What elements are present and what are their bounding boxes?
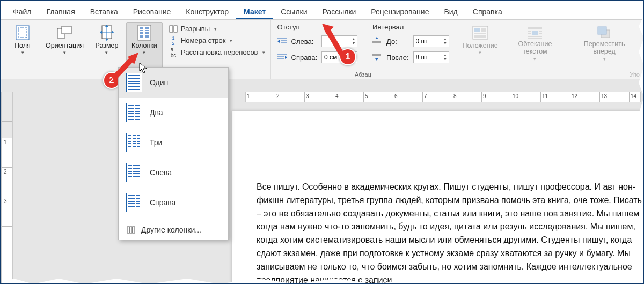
chevron-down-icon: ▾ [214, 26, 217, 32]
document-page[interactable]: Все пишут. Особенно в академических круг… [232, 111, 644, 284]
tab-help[interactable]: Справка [465, 3, 510, 19]
indent-right-icon [277, 53, 287, 62]
chevron-down-icon: ▾ [105, 50, 108, 55]
bring-forward-button: Переместить вперед▾ [569, 22, 640, 78]
line-numbers-icon: 12 [169, 37, 178, 44]
space-after-icon [372, 53, 382, 62]
columns-more-icon [126, 226, 136, 234]
page-size-icon [100, 25, 114, 41]
hyphenation-button[interactable]: a-bc Расстановка переносов▾ [166, 47, 268, 58]
breaks-icon [169, 25, 178, 33]
document-body-text[interactable]: Все пишут. Особенно в академических круг… [257, 181, 644, 284]
columns-dropdown: Один Два Три Слева Справа Другие колонки… [118, 67, 229, 240]
group-arrange-label: Упо [456, 71, 643, 78]
spin-up-icon[interactable]: ▲ [442, 53, 449, 57]
space-before-input[interactable]: ▲▼ [413, 35, 449, 47]
wrap-text-button: Обтекание текстом▾ [502, 22, 568, 78]
svg-rect-50 [598, 27, 606, 34]
svg-rect-51 [127, 227, 129, 233]
spin-up-icon[interactable]: ▲ [350, 37, 357, 41]
columns-three-icon [126, 133, 142, 152]
chevron-down-icon: ▾ [143, 50, 145, 55]
columns-three[interactable]: Три [119, 128, 228, 158]
indent-left-icon [277, 37, 287, 46]
chevron-down-icon: ▾ [262, 50, 265, 55]
tab-design[interactable]: Конструктор [178, 3, 236, 19]
columns-two-icon [126, 103, 142, 122]
svg-rect-20 [170, 26, 173, 32]
columns-left[interactable]: Слева [119, 158, 228, 188]
line-numbers-button[interactable]: 12 Номера строк▾ [166, 35, 268, 46]
position-button: Положение▾ [459, 22, 501, 78]
space-before-icon [372, 37, 382, 46]
svg-rect-33 [474, 28, 480, 32]
columns-left-icon [126, 163, 142, 182]
columns-icon [137, 25, 151, 41]
indent-left-input[interactable]: ▲▼ [321, 35, 357, 47]
indent-heading: Отступ [277, 23, 358, 32]
columns-right[interactable]: Справа [119, 188, 228, 218]
indent-right-label: Справа: [291, 54, 318, 62]
svg-rect-44 [532, 31, 538, 35]
orientation-icon [56, 25, 72, 41]
hyphenation-icon: a-bc [169, 49, 178, 56]
svg-rect-52 [130, 227, 132, 233]
space-after-label: После: [386, 54, 409, 62]
spin-down-icon[interactable]: ▼ [350, 41, 357, 46]
chevron-down-icon: ▾ [21, 50, 24, 55]
tab-layout[interactable]: Макет [236, 3, 273, 19]
margins-button[interactable]: Поля ▾ [4, 22, 41, 78]
indent-left-label: Слева: [291, 38, 318, 46]
tab-file[interactable]: Файл [5, 3, 39, 19]
tab-draw[interactable]: Рисование [126, 3, 179, 19]
columns-right-icon [126, 193, 142, 212]
tab-view[interactable]: Вид [436, 3, 465, 19]
vertical-ruler[interactable]: 1 2 3 [1, 92, 13, 284]
svg-rect-21 [174, 26, 177, 32]
chevron-down-icon: ▾ [230, 38, 232, 43]
spin-down-icon[interactable]: ▼ [442, 57, 449, 62]
space-after-input[interactable]: ▲▼ [413, 51, 449, 63]
annotation-badge-1: 1 [339, 48, 356, 65]
spin-up-icon[interactable]: ▲ [442, 37, 449, 41]
svg-rect-3 [62, 26, 71, 34]
tab-insert[interactable]: Вставка [83, 3, 126, 19]
columns-two[interactable]: Два [119, 98, 228, 128]
tab-strip: Файл Главная Вставка Рисование Конструкт… [1, 1, 643, 20]
tab-home[interactable]: Главная [39, 3, 82, 19]
ribbon: Поля ▾ Ориентация ▾ Размер ▾ [1, 20, 643, 79]
spin-down-icon[interactable]: ▼ [442, 41, 449, 46]
chevron-down-icon: ▾ [63, 50, 66, 55]
group-paragraph-label: Абзац [271, 71, 456, 78]
breaks-button[interactable]: Разрывы▾ [166, 23, 268, 34]
spacing-heading: Интервал [372, 23, 449, 32]
margins-icon [15, 25, 30, 41]
columns-more[interactable]: Другие колонки... [119, 220, 228, 240]
orientation-button[interactable]: Ориентация ▾ [42, 22, 87, 78]
wrap-text-icon [527, 25, 543, 41]
position-icon [472, 25, 488, 41]
columns-one[interactable]: Один [119, 68, 228, 98]
horizontal-ruler[interactable]: 123 456 789 101112 1314 [245, 92, 641, 102]
space-before-label: До: [386, 38, 409, 46]
bring-forward-icon [597, 25, 612, 41]
tab-review[interactable]: Рецензирование [363, 3, 436, 19]
columns-one-icon [126, 73, 142, 92]
tab-mailings[interactable]: Рассылки [315, 3, 364, 19]
svg-rect-53 [133, 227, 135, 233]
tab-references[interactable]: Ссылки [273, 3, 314, 19]
document-area: ш 1 2 3 123 456 789 101112 1314 Все пишу… [1, 79, 643, 283]
